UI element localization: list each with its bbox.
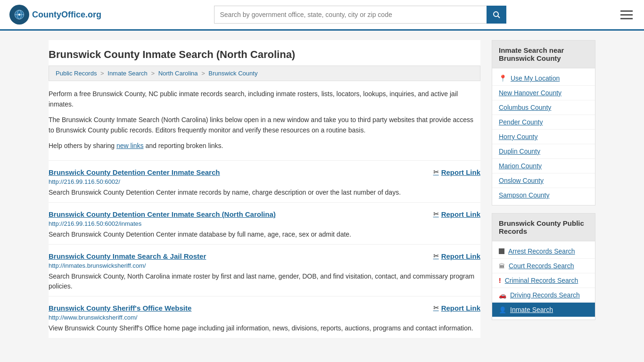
svg-point-4 bbox=[18, 14, 20, 16]
menu-line bbox=[620, 14, 633, 16]
breadcrumb-public-records[interactable]: Public Records bbox=[56, 70, 97, 77]
result-link[interactable]: Brunswick County Inmate Search & Jail Ro… bbox=[49, 252, 206, 260]
result-item: Brunswick County Sheriff's Office Websit… bbox=[49, 296, 480, 338]
sidebar-columbus[interactable]: Columbus County bbox=[492, 100, 595, 115]
page-title-area: Brunswick County Inmate Search (North Ca… bbox=[49, 40, 480, 66]
result-title-row: Brunswick County Detention Center Inmate… bbox=[49, 168, 480, 176]
content-area: Brunswick County Inmate Search (North Ca… bbox=[49, 40, 480, 338]
nearby-section: Inmate Search near Brunswick County 📍 Us… bbox=[492, 40, 595, 206]
scissors-icon: ✂ bbox=[433, 210, 439, 218]
search-button[interactable] bbox=[487, 6, 506, 24]
breadcrumb-brunswick-county[interactable]: Brunswick County bbox=[208, 70, 257, 77]
main-container: Brunswick County Inmate Search (North Ca… bbox=[39, 31, 605, 347]
result-title-row: Brunswick County Detention Center Inmate… bbox=[49, 210, 480, 218]
person-icon: 👤 bbox=[499, 306, 506, 313]
sidebar-new-hanover[interactable]: New Hanover County bbox=[492, 86, 595, 100]
result-url: http://216.99.116.50:6002/ bbox=[49, 178, 480, 185]
result-description: Search Brunswick County Detention Center… bbox=[49, 230, 480, 239]
result-url: http://inmates.brunswicksheriff.com/ bbox=[49, 262, 480, 269]
result-url: http://www.brunswicksheriff.com/ bbox=[49, 314, 480, 321]
sidebar-duplin[interactable]: Duplin County bbox=[492, 144, 595, 159]
scissors-icon: ✂ bbox=[433, 252, 439, 260]
result-description: Search Brunswick County Detention Center… bbox=[49, 188, 480, 197]
search-area bbox=[214, 6, 506, 24]
public-records-section: Brunswick County Public Records Arrest R… bbox=[492, 213, 595, 320]
result-link[interactable]: Brunswick County Detention Center Inmate… bbox=[49, 210, 276, 218]
public-records-links: Arrest Records Search 🏛 Court Records Se… bbox=[492, 241, 595, 320]
sidebar-arrest-records[interactable]: Arrest Records Search bbox=[492, 244, 595, 259]
search-input[interactable] bbox=[214, 6, 487, 24]
page-title: Brunswick County Inmate Search (North Ca… bbox=[49, 49, 480, 61]
report-link-button[interactable]: ✂ Report Link bbox=[433, 210, 480, 218]
scissors-icon: ✂ bbox=[433, 304, 439, 312]
header: CountyOffice.org bbox=[0, 0, 644, 31]
result-item: Brunswick County Inmate Search & Jail Ro… bbox=[49, 244, 480, 296]
new-links-link[interactable]: new links bbox=[116, 142, 144, 149]
result-url: http://216.99.116.50:6002/inmates bbox=[49, 220, 480, 227]
description-1: Perform a free Brunswick County, NC publ… bbox=[49, 89, 480, 110]
sidebar-pender[interactable]: Pender County bbox=[492, 115, 595, 130]
sidebar-court-records[interactable]: 🏛 Court Records Search bbox=[492, 259, 595, 273]
sidebar-inmate-search[interactable]: 👤 Inmate Search bbox=[492, 303, 595, 317]
nearby-links: 📍 Use My Location New Hanover County Col… bbox=[492, 68, 595, 205]
logo-icon bbox=[9, 5, 29, 25]
sidebar-horry[interactable]: Horry County bbox=[492, 130, 595, 144]
sidebar-criminal-records[interactable]: ! Criminal Records Search bbox=[492, 273, 595, 288]
sidebar-sampson[interactable]: Sampson County bbox=[492, 188, 595, 202]
result-description: Search Brunswick County, North Carolina … bbox=[49, 272, 480, 291]
public-records-header: Brunswick County Public Records bbox=[492, 214, 595, 241]
sidebar-marion[interactable]: Marion County bbox=[492, 159, 595, 173]
building-icon: 🏛 bbox=[499, 263, 505, 270]
result-description: View Brunswick County Sheriff's Office h… bbox=[49, 323, 480, 333]
result-item: Brunswick County Detention Center Inmate… bbox=[49, 202, 480, 244]
breadcrumb-inmate-search[interactable]: Inmate Search bbox=[107, 70, 148, 77]
result-link[interactable]: Brunswick County Detention Center Inmate… bbox=[49, 168, 220, 176]
location-icon: 📍 bbox=[499, 74, 507, 82]
report-link-button[interactable]: ✂ Report Link bbox=[433, 168, 480, 176]
report-link-button[interactable]: ✂ Report Link bbox=[433, 252, 480, 260]
nearby-header: Inmate Search near Brunswick County bbox=[492, 41, 595, 68]
exclaim-icon: ! bbox=[499, 277, 501, 284]
description-3: Help others by sharing new links and rep… bbox=[49, 140, 480, 151]
description-2: The Brunswick County Inmate Search (Nort… bbox=[49, 115, 480, 136]
logo-area: CountyOffice.org bbox=[9, 5, 101, 25]
sidebar-onslow[interactable]: Onslow County bbox=[492, 173, 595, 188]
sidebar-use-location[interactable]: 📍 Use My Location bbox=[492, 71, 595, 86]
svg-line-6 bbox=[498, 16, 500, 18]
scissors-icon: ✂ bbox=[433, 168, 439, 176]
svg-point-5 bbox=[494, 12, 498, 16]
result-title-row: Brunswick County Sheriff's Office Websit… bbox=[49, 304, 480, 312]
car-icon: 🚗 bbox=[499, 292, 506, 299]
sidebar-driving-records[interactable]: 🚗 Driving Records Search bbox=[492, 288, 595, 303]
breadcrumb-north-carolina[interactable]: North Carolina bbox=[158, 70, 198, 77]
results-list: Brunswick County Detention Center Inmate… bbox=[49, 160, 480, 338]
description-area: Perform a free Brunswick County, NC publ… bbox=[49, 89, 480, 160]
result-link[interactable]: Brunswick County Sheriff's Office Websit… bbox=[49, 304, 191, 312]
search-icon bbox=[493, 11, 500, 18]
menu-line bbox=[620, 18, 633, 19]
square-icon bbox=[499, 248, 504, 254]
menu-line bbox=[620, 10, 633, 12]
menu-button[interactable] bbox=[619, 8, 635, 21]
logo-text: CountyOffice.org bbox=[32, 10, 101, 20]
result-title-row: Brunswick County Inmate Search & Jail Ro… bbox=[49, 252, 480, 260]
result-item: Brunswick County Detention Center Inmate… bbox=[49, 160, 480, 202]
report-link-button[interactable]: ✂ Report Link bbox=[433, 304, 480, 312]
breadcrumb: Public Records > Inmate Search > North C… bbox=[49, 66, 480, 81]
sidebar: Inmate Search near Brunswick County 📍 Us… bbox=[492, 40, 595, 338]
